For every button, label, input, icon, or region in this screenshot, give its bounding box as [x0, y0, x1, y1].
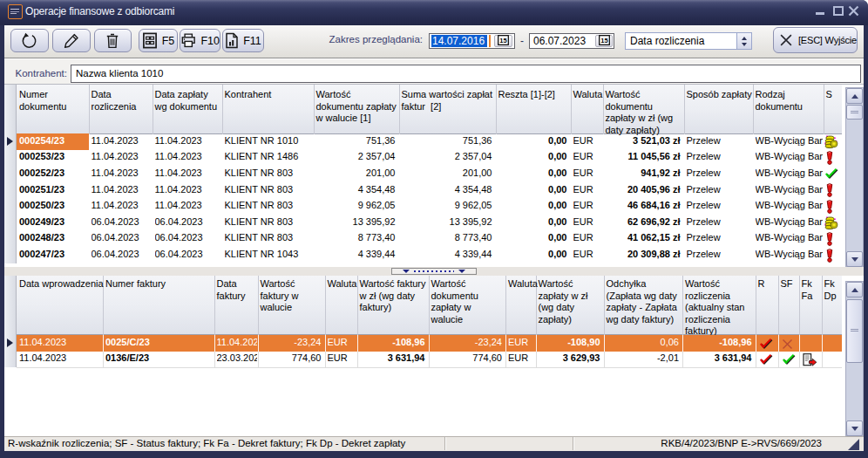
svg-text:15: 15	[499, 37, 506, 44]
svg-text:15: 15	[600, 37, 607, 44]
